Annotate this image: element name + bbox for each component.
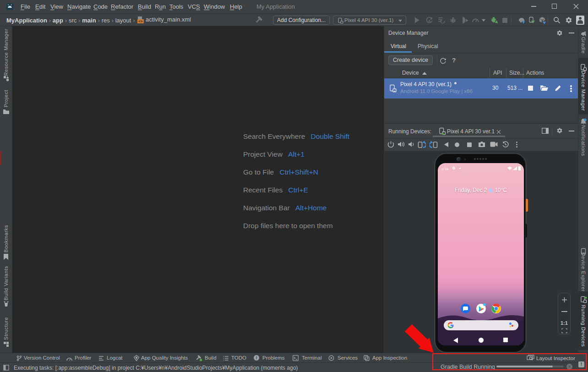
- svg-text:A: A: [428, 19, 430, 22]
